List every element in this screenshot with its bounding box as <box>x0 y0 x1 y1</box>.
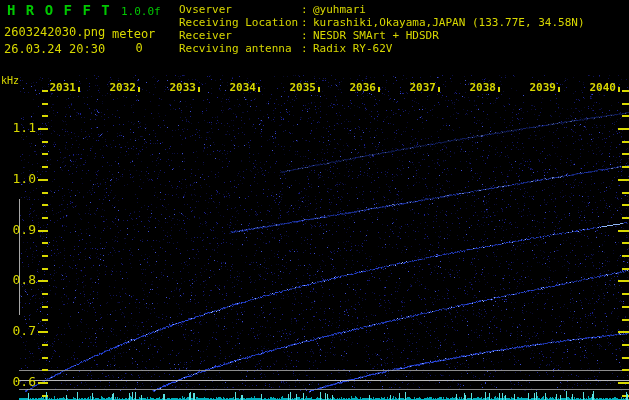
time-tick-label: 2037 <box>406 81 436 94</box>
meteor-counter-value: 0 <box>128 41 150 55</box>
time-tick-label: 2031 <box>46 81 76 94</box>
info-value: kurashiki,Okayama,JAPAN (133.77E, 34.58N… <box>313 16 585 29</box>
info-row: Recviving antenna:Radix RY-62V <box>179 42 585 55</box>
time-tick-label: 2039 <box>526 81 556 94</box>
info-label: Receiver <box>179 29 301 42</box>
observer-info-block: Ovserver:@yuhmariReceiving Location:kura… <box>179 3 585 55</box>
time-tick-label: 2036 <box>346 81 376 94</box>
frequency-tick-label: 1.1 <box>2 121 36 134</box>
app-version: 1.0.0f <box>121 5 161 18</box>
info-label: Ovserver <box>179 3 301 16</box>
info-separator: : <box>301 3 313 16</box>
time-tick-label: 2033 <box>166 81 196 94</box>
frequency-tick-label: 1.0 <box>2 172 36 185</box>
time-tick-label: 2034 <box>226 81 256 94</box>
info-value: NESDR SMArt + HDSDR <box>313 29 439 42</box>
time-tick-label: 2035 <box>286 81 316 94</box>
hrofft-window: H R O F F T 1.0.0f 2603242030.png meteor… <box>0 0 629 400</box>
info-row: Receiver:NESDR SMArt + HDSDR <box>179 29 585 42</box>
app-title: H R O F F T <box>7 2 111 18</box>
frequency-unit-label: kHz <box>1 75 19 86</box>
frequency-tick-label: 0.8 <box>2 273 36 286</box>
info-value: @yuhmari <box>313 3 366 16</box>
frequency-tick-label: 0.7 <box>2 324 36 337</box>
frequency-tick-label: 0.9 <box>2 223 36 236</box>
info-value: Radix RY-62V <box>313 42 392 55</box>
time-tick-label: 2040 <box>586 81 616 94</box>
info-separator: : <box>301 42 313 55</box>
info-separator: : <box>301 16 313 29</box>
info-label: Receiving Location <box>179 16 301 29</box>
meteor-counter-label: meteor <box>112 27 155 41</box>
info-row: Ovserver:@yuhmari <box>179 3 585 16</box>
time-tick-label: 2038 <box>466 81 496 94</box>
info-separator: : <box>301 29 313 42</box>
info-label: Recviving antenna <box>179 42 301 55</box>
spectrogram-canvas <box>0 0 629 400</box>
output-filename: 2603242030.png <box>4 25 105 39</box>
observation-timestamp: 26.03.24 20:30 <box>4 42 105 56</box>
frequency-tick-label: 0.6 <box>2 375 36 388</box>
info-row: Receiving Location:kurashiki,Okayama,JAP… <box>179 16 585 29</box>
time-tick-label: 2032 <box>106 81 136 94</box>
